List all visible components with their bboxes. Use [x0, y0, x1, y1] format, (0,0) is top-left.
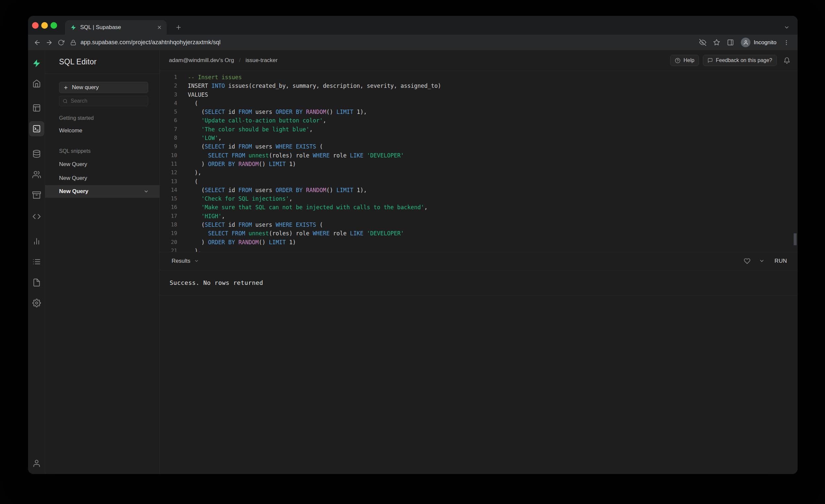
- notifications-bell-icon[interactable]: [783, 57, 791, 64]
- new-tab-button[interactable]: [173, 22, 183, 32]
- bookmark-star-icon[interactable]: [710, 37, 722, 49]
- line-number: 17: [160, 212, 188, 220]
- browser-tab[interactable]: SQL | Supabase: [65, 20, 167, 34]
- code-line[interactable]: 1-- Insert issues: [160, 73, 798, 81]
- feedback-button-label: Feedback on this page?: [716, 57, 772, 63]
- line-number: 19: [160, 229, 188, 238]
- code-line[interactable]: 14 (SELECT id FROM users ORDER BY RANDOM…: [160, 186, 798, 195]
- chevron-down-icon[interactable]: [144, 189, 149, 194]
- window-zoom-button[interactable]: [51, 22, 57, 29]
- snippet-item-label: New Query: [59, 188, 88, 195]
- reload-button[interactable]: [55, 37, 67, 49]
- favorite-heart-icon[interactable]: [744, 258, 750, 264]
- results-output: Success. No rows returned: [160, 270, 798, 295]
- results-label: Results: [172, 258, 191, 264]
- incognito-badge[interactable]: Incognito: [741, 38, 776, 47]
- incognito-label: Incognito: [754, 39, 776, 46]
- code-line[interactable]: 12 ),: [160, 168, 798, 177]
- desktop-background: SQL | Supabase: [0, 0, 825, 504]
- line-number: 5: [160, 107, 188, 116]
- table-editor-icon[interactable]: [32, 103, 41, 112]
- line-number: 2: [160, 81, 188, 90]
- window-close-button[interactable]: [32, 22, 39, 29]
- code-line[interactable]: 6 'Update call-to-action button color',: [160, 116, 798, 125]
- search-input[interactable]: [71, 98, 145, 104]
- sidebar-header: SQL Editor: [45, 50, 159, 74]
- logs-list-icon[interactable]: [32, 258, 41, 266]
- tab-close-icon[interactable]: [157, 25, 162, 30]
- code-line[interactable]: 16 'Make sure that SQL can not be inject…: [160, 203, 798, 212]
- code-line[interactable]: 18 (SELECT id FROM users WHERE EXISTS (: [160, 220, 798, 229]
- breadcrumb-org[interactable]: adam@windmill.dev's Org: [169, 57, 234, 64]
- code-line[interactable]: 9 (SELECT id FROM users WHERE EXISTS (: [160, 142, 798, 151]
- breadcrumb-separator: /: [239, 57, 241, 64]
- browser-menu-dots-icon[interactable]: [780, 37, 792, 49]
- help-button[interactable]: Help: [670, 55, 699, 66]
- code-line[interactable]: 8 'LOW',: [160, 134, 798, 142]
- section-label-getting-started: Getting started: [59, 115, 148, 121]
- code-line[interactable]: 5 (SELECT id FROM users ORDER BY RANDOM(…: [160, 107, 798, 116]
- search-box[interactable]: [59, 96, 148, 106]
- code-line[interactable]: 20 ) ORDER BY RANDOM() LIMIT 1): [160, 238, 798, 246]
- code-line[interactable]: 3VALUES: [160, 90, 798, 99]
- back-button[interactable]: [31, 37, 43, 49]
- line-number: 9: [160, 142, 188, 151]
- code-line[interactable]: 11 ) ORDER BY RANDOM() LIMIT 1): [160, 160, 798, 168]
- docs-file-icon[interactable]: [32, 278, 41, 287]
- feedback-chat-icon: [707, 58, 713, 63]
- storage-icon[interactable]: [32, 191, 41, 199]
- sql-editor-sidebar: SQL Editor New query: [45, 50, 160, 474]
- tab-search-chevron-icon[interactable]: [782, 22, 792, 32]
- sql-code-editor[interactable]: 1-- Insert issues2INSERT INTO issues(cre…: [160, 71, 798, 252]
- code-line[interactable]: 15 'Check for SQL injections',: [160, 195, 798, 203]
- run-button[interactable]: RUN: [774, 258, 787, 264]
- page-title: SQL Editor: [59, 57, 97, 66]
- code-line[interactable]: 10 SELECT FROM unnest(roles) role WHERE …: [160, 151, 798, 160]
- snippet-item[interactable]: New Query: [59, 171, 148, 185]
- snippet-item-selected[interactable]: New Query: [45, 185, 159, 198]
- code-line[interactable]: 2INSERT INTO issues(created_by, summary,…: [160, 81, 798, 90]
- editor-scrollbar-thumb[interactable]: [794, 233, 797, 245]
- code-line[interactable]: 4 (: [160, 99, 798, 107]
- help-circle-icon: [675, 58, 680, 63]
- eye-off-icon[interactable]: [697, 37, 708, 49]
- code-line[interactable]: 7 'The color should be light blue',: [160, 125, 798, 134]
- snippet-item[interactable]: New Query: [59, 157, 148, 171]
- feedback-button[interactable]: Feedback on this page?: [703, 55, 777, 66]
- address-bar[interactable]: app.supabase.com/project/azahtnhqohyjerz…: [70, 39, 697, 46]
- help-button-label: Help: [683, 57, 694, 63]
- line-number: 15: [160, 195, 188, 203]
- code-line[interactable]: 13 (: [160, 177, 798, 186]
- lock-icon[interactable]: [70, 40, 76, 46]
- search-icon: [63, 99, 68, 103]
- section-label-sql-snippets: SQL snippets: [59, 148, 148, 154]
- new-query-button[interactable]: New query: [59, 82, 148, 93]
- line-number: 3: [160, 90, 188, 99]
- database-icon[interactable]: [32, 149, 41, 158]
- api-code-icon[interactable]: [32, 212, 41, 221]
- code-lines: 1-- Insert issues2INSERT INTO issues(cre…: [160, 73, 798, 252]
- snippet-list: New Query New Query New Query: [59, 157, 148, 198]
- run-options-chevron-icon[interactable]: [759, 258, 765, 264]
- side-panel-icon[interactable]: [724, 37, 736, 49]
- forward-button[interactable]: [43, 37, 55, 49]
- line-number: 13: [160, 177, 188, 186]
- supabase-logo-icon[interactable]: [32, 59, 41, 68]
- code-line[interactable]: 19 SELECT FROM unnest(roles) role WHERE …: [160, 229, 798, 238]
- auth-users-icon[interactable]: [32, 170, 41, 179]
- line-number: 1: [160, 73, 188, 81]
- window-minimize-button[interactable]: [41, 22, 48, 29]
- results-chevron-down-icon[interactable]: [194, 259, 199, 264]
- home-icon[interactable]: [32, 79, 41, 88]
- reports-chart-icon[interactable]: [32, 237, 41, 245]
- settings-gear-icon[interactable]: [32, 299, 41, 307]
- tab-title: SQL | Supabase: [80, 24, 157, 31]
- sidebar-item-welcome[interactable]: Welcome: [59, 127, 148, 134]
- main-header: adam@windmill.dev's Org / issue-tracker …: [160, 50, 798, 71]
- sql-editor-icon[interactable]: [29, 121, 44, 136]
- breadcrumb-project[interactable]: issue-tracker: [245, 57, 278, 64]
- account-user-icon[interactable]: [32, 459, 41, 468]
- url-text[interactable]: app.supabase.com/project/azahtnhqohyjerz…: [80, 39, 220, 46]
- code-line[interactable]: 21 ),: [160, 246, 798, 252]
- code-line[interactable]: 17 'HIGH',: [160, 212, 798, 220]
